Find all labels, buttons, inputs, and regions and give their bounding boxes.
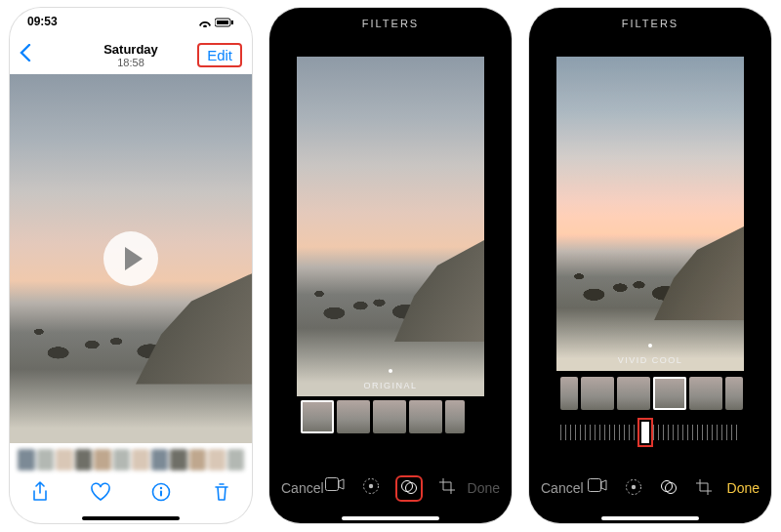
trash-icon[interactable] bbox=[203, 481, 240, 507]
crop-tool-icon[interactable] bbox=[438, 477, 456, 500]
home-indicator[interactable] bbox=[601, 516, 699, 520]
back-chevron-icon[interactable] bbox=[20, 44, 31, 66]
home-indicator[interactable] bbox=[82, 516, 180, 520]
filter-thumb[interactable] bbox=[373, 400, 406, 433]
current-filter-dot bbox=[389, 369, 392, 373]
phone-editor-vivid-cool: FILTERS VIVID COOL Cancel Done bbox=[529, 8, 771, 523]
edit-button[interactable]: Edit bbox=[197, 43, 242, 67]
done-button[interactable]: Done bbox=[456, 480, 500, 496]
filter-thumb[interactable] bbox=[617, 377, 650, 410]
crop-tool-icon[interactable] bbox=[695, 478, 713, 499]
filter-thumb[interactable] bbox=[560, 377, 578, 410]
filter-thumbnail-strip[interactable] bbox=[560, 377, 740, 410]
share-icon[interactable] bbox=[21, 481, 59, 507]
filter-thumb[interactable] bbox=[445, 400, 465, 433]
svg-rect-6 bbox=[160, 491, 162, 497]
editor-bottom-bar: Cancel Done bbox=[529, 471, 771, 506]
svg-point-9 bbox=[369, 483, 373, 487]
cancel-button[interactable]: Cancel bbox=[281, 480, 325, 496]
svg-point-16 bbox=[666, 482, 677, 493]
current-filter-label: VIVID COOL bbox=[556, 355, 744, 365]
svg-rect-2 bbox=[231, 20, 233, 24]
filter-thumb[interactable] bbox=[689, 377, 722, 410]
home-indicator[interactable] bbox=[342, 516, 439, 520]
bottom-toolbar bbox=[10, 474, 252, 513]
info-icon[interactable] bbox=[143, 482, 180, 506]
video-tool-icon[interactable] bbox=[325, 477, 345, 500]
filters-tool-icon[interactable] bbox=[660, 478, 678, 499]
done-button[interactable]: Done bbox=[713, 480, 760, 496]
video-tool-icon[interactable] bbox=[588, 478, 607, 499]
filter-thumb[interactable] bbox=[337, 400, 370, 433]
svg-rect-12 bbox=[589, 478, 601, 491]
current-filter-label: ORIGINAL bbox=[297, 381, 484, 390]
current-filter-dot bbox=[648, 344, 652, 348]
filter-thumb[interactable] bbox=[409, 400, 442, 433]
heart-icon[interactable] bbox=[82, 482, 119, 506]
editor-bottom-bar: Cancel Done bbox=[269, 471, 512, 506]
svg-point-14 bbox=[632, 484, 636, 488]
adjust-tool-icon[interactable] bbox=[362, 477, 380, 500]
svg-rect-1 bbox=[217, 20, 228, 24]
filter-intensity-slider[interactable] bbox=[560, 422, 740, 443]
filters-tool-icon[interactable] bbox=[397, 477, 421, 500]
svg-point-11 bbox=[406, 482, 417, 493]
filter-thumb-original[interactable] bbox=[301, 400, 334, 433]
status-bar: 09:53 bbox=[10, 8, 252, 35]
filter-thumb[interactable] bbox=[581, 377, 614, 410]
slider-knob[interactable] bbox=[641, 422, 649, 443]
status-time: 09:53 bbox=[27, 15, 58, 28]
status-icons bbox=[198, 15, 234, 28]
editor-preview[interactable]: VIVID COOL bbox=[556, 57, 744, 371]
cancel-button[interactable]: Cancel bbox=[541, 480, 588, 496]
editor-mode-title: FILTERS bbox=[529, 8, 771, 33]
play-button-icon[interactable] bbox=[103, 231, 158, 286]
adjust-tool-icon[interactable] bbox=[625, 478, 642, 499]
timeline-scrubber[interactable] bbox=[18, 449, 244, 471]
filter-thumb[interactable] bbox=[725, 377, 743, 410]
editor-mode-title: FILTERS bbox=[269, 8, 512, 33]
filter-thumbnail-strip[interactable] bbox=[301, 400, 480, 433]
phone-editor-original: FILTERS ORIGINAL Cancel Done bbox=[269, 8, 512, 523]
video-preview[interactable] bbox=[10, 74, 252, 443]
phone-photos-view: 09:53 Saturday 18:58 Edit CINEMATIC bbox=[10, 8, 252, 523]
svg-rect-7 bbox=[326, 477, 339, 490]
nav-header: Saturday 18:58 Edit bbox=[10, 35, 252, 74]
svg-point-5 bbox=[160, 487, 162, 489]
filter-thumb-vivid-cool[interactable] bbox=[653, 377, 686, 410]
editor-preview[interactable]: ORIGINAL bbox=[297, 57, 484, 396]
